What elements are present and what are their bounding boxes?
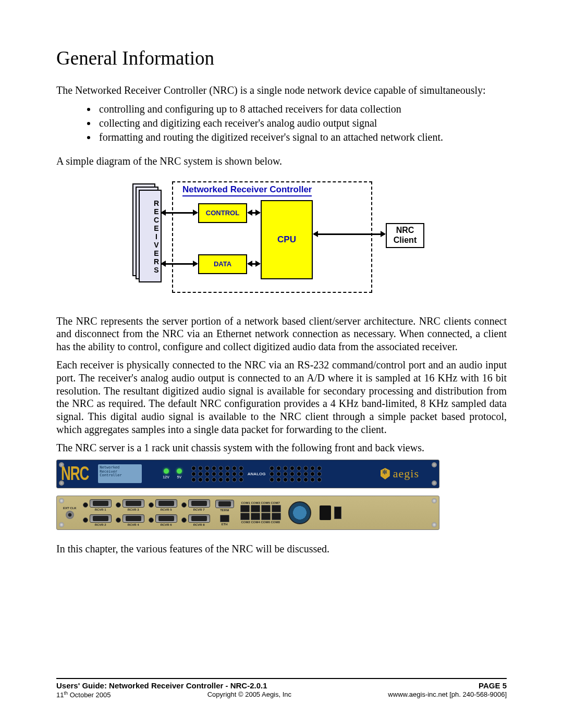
list-item: formatting and routing the digitized rec… xyxy=(97,130,507,144)
power-switch-icon xyxy=(334,507,341,519)
dsub-port-icon xyxy=(90,499,112,508)
footer-copyright: Copyright © 2005 Aegis, Inc xyxy=(111,690,388,699)
led-icon xyxy=(164,468,169,474)
data-block: DATA xyxy=(198,254,247,274)
list-item: collecting and digitizing each receiver'… xyxy=(97,116,507,130)
body-paragraph: The NRC represents the server portion of… xyxy=(56,315,507,353)
io-grid-right xyxy=(270,466,322,482)
system-diagram: RECEIVERS Networked Receiver Controller … xyxy=(125,181,438,296)
client-label-2: Client xyxy=(394,236,417,245)
control-block: CONTROL xyxy=(198,203,247,223)
dsub-port-icon xyxy=(155,499,177,508)
analog-label: ANALOG xyxy=(248,472,266,476)
receivers-block: RECEIVERS xyxy=(132,183,156,282)
dsub-port-icon xyxy=(123,514,144,523)
ext-clk-port: EXT CLK xyxy=(63,507,77,519)
dsub-port-icon xyxy=(123,499,144,508)
dsub-port-icon xyxy=(188,514,210,523)
body-paragraph: The NRC server is a 1 rack unit chassis … xyxy=(56,441,507,454)
io-grid-left xyxy=(191,466,243,482)
fan-icon xyxy=(288,501,311,524)
iec-socket-icon xyxy=(320,505,331,520)
dsub-port-icon xyxy=(90,514,112,523)
footer-contact: wwww.aegis-inc.net [ph. 240-568-9006] xyxy=(388,690,507,699)
lcd-display: Networked Receiver Controller xyxy=(98,464,142,483)
aegis-logo: aegis xyxy=(381,467,419,480)
body-paragraph: Each receiver is physically connected to… xyxy=(56,359,507,436)
nrc-box-title: Networked Receiver Controller xyxy=(182,184,312,196)
intro-paragraph: The Networked Receiver Controller (NRC) … xyxy=(56,84,507,97)
eth-port-icon xyxy=(220,515,229,522)
bnc-icon xyxy=(66,511,74,519)
arrow-icon xyxy=(248,212,260,214)
footer-page-number: PAGE 5 xyxy=(479,681,507,690)
back-panel-image: EXT CLK RCVR 1 RCVR 2 RCVR 3 RCVR 4 RCVR… xyxy=(56,496,439,530)
capability-list: controlling and configuring up to 8 atta… xyxy=(56,102,507,144)
arrow-icon xyxy=(314,233,385,235)
page-footer: Users' Guide: Networked Receiver Control… xyxy=(56,678,507,699)
power-inlet xyxy=(320,505,341,520)
arrow-icon xyxy=(162,212,197,214)
client-label-1: NRC xyxy=(396,226,414,235)
dsub-port-icon xyxy=(155,514,177,523)
arrow-icon xyxy=(162,263,197,265)
front-panel-image: NRC Networked Receiver Controller 12V 5V… xyxy=(56,460,439,488)
diagram-intro: A simple diagram of the NRC system is sh… xyxy=(56,155,507,168)
power-leds: 12V 5V xyxy=(163,468,181,479)
term-port-icon xyxy=(215,500,234,508)
list-item: controlling and configuring up to 8 atta… xyxy=(97,102,507,116)
led-icon xyxy=(177,468,182,474)
dsub-port-icon xyxy=(188,499,210,508)
shield-icon xyxy=(381,468,390,479)
page-title: General Information xyxy=(56,47,507,69)
com-port-block: COM1 COM3 COM5 COM7 COM2 COM4 COM6 COM8 xyxy=(240,501,281,524)
nrc-client-block: NRC Client xyxy=(386,223,424,248)
closing-paragraph: In this chapter, the various features of… xyxy=(56,542,507,556)
nrc-logo: NRC xyxy=(61,462,89,485)
footer-doc-title: Users' Guide: Networked Receiver Control… xyxy=(56,681,267,690)
cpu-block: CPU xyxy=(261,200,313,279)
document-page: General Information The Networked Receiv… xyxy=(0,0,563,728)
arrow-icon xyxy=(248,263,260,265)
footer-date: 11th October 2005 xyxy=(56,690,111,699)
